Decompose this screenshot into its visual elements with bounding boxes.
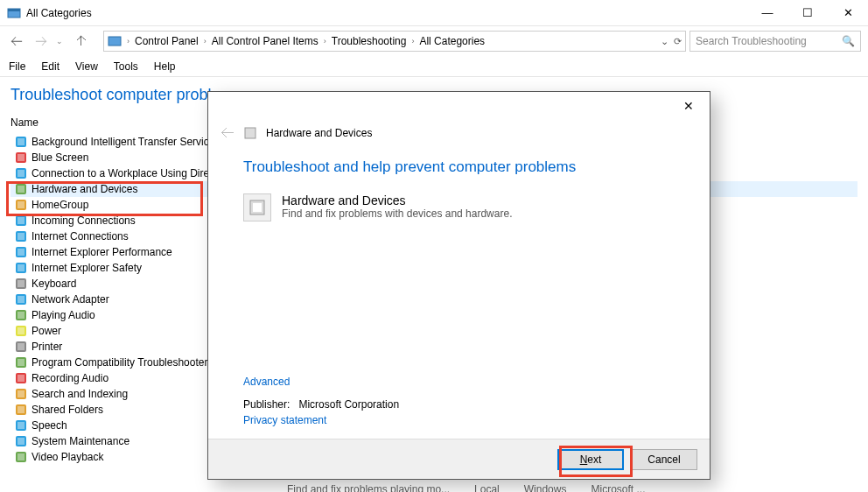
- item-icon: [14, 151, 28, 165]
- search-input[interactable]: Search Troubleshooting 🔍: [690, 31, 861, 52]
- dialog-item-title: Hardware and Devices: [282, 193, 512, 207]
- hardware-icon: [243, 193, 271, 221]
- svg-rect-4: [18, 138, 24, 145]
- address-bar[interactable]: › Control Panel › All Control Panel Item…: [103, 31, 686, 52]
- dialog-item-desc: Find and fix problems with devices and h…: [282, 207, 512, 220]
- item-icon: [14, 245, 28, 259]
- crumb-2[interactable]: Troubleshooting: [332, 35, 407, 47]
- item-icon: [14, 387, 28, 401]
- item-label: HomeGroup: [32, 199, 88, 211]
- publisher-value: Microsoft Corporation: [298, 398, 399, 411]
- back-button[interactable]: 🡠: [7, 32, 26, 51]
- svg-rect-22: [18, 280, 24, 287]
- item-label: Hardware and Devices: [32, 183, 137, 195]
- menu-help[interactable]: Help: [154, 60, 176, 73]
- item-icon: [14, 340, 28, 354]
- forward-button[interactable]: 🡢: [32, 32, 51, 51]
- item-icon: [14, 418, 28, 432]
- item-label: Shared Folders: [32, 404, 103, 416]
- item-icon: [14, 292, 28, 306]
- item-icon: [14, 277, 28, 291]
- item-label: Playing Audio: [32, 309, 95, 321]
- item-icon: [14, 403, 28, 417]
- svg-rect-2: [108, 37, 121, 46]
- minimize-button[interactable]: —: [747, 0, 788, 25]
- item-icon: [14, 434, 28, 448]
- svg-rect-30: [18, 343, 24, 350]
- item-label: Internet Explorer Performance: [32, 246, 172, 258]
- svg-rect-32: [18, 359, 24, 366]
- close-button[interactable]: ✕: [828, 0, 868, 25]
- item-label: Keyboard: [32, 278, 76, 290]
- svg-rect-34: [18, 375, 24, 382]
- next-button[interactable]: Next: [557, 449, 624, 470]
- menu-view[interactable]: View: [75, 60, 98, 73]
- crumb-3[interactable]: All Categories: [419, 35, 485, 47]
- item-icon: [14, 166, 28, 180]
- item-label: Incoming Connections: [32, 214, 136, 227]
- title-bar: All Categories — ☐ ✕: [0, 0, 868, 26]
- item-icon: [14, 135, 28, 149]
- svg-rect-44: [18, 453, 24, 460]
- window-title: All Categories: [26, 7, 747, 19]
- svg-rect-26: [18, 312, 24, 319]
- up-button[interactable]: 🡡: [72, 32, 91, 51]
- svg-rect-40: [18, 422, 24, 429]
- svg-rect-1: [8, 9, 20, 11]
- svg-rect-36: [18, 390, 24, 397]
- item-icon: [14, 198, 28, 212]
- cancel-button[interactable]: Cancel: [631, 449, 697, 470]
- privacy-link[interactable]: Privacy statement: [243, 414, 326, 426]
- item-icon: [14, 229, 28, 243]
- item-label: Blue Screen: [32, 151, 88, 164]
- item-icon: [14, 308, 28, 322]
- menu-edit[interactable]: Edit: [41, 60, 60, 73]
- dialog-back-button[interactable]: 🡠: [220, 125, 234, 141]
- item-label: System Maintenance: [32, 435, 130, 447]
- breadcrumb-sep: ›: [411, 37, 414, 46]
- crumb-0[interactable]: Control Panel: [135, 35, 199, 47]
- menu-tools[interactable]: Tools: [114, 60, 138, 73]
- item-label: Search and Indexing: [32, 388, 128, 400]
- breadcrumb-sep: ›: [204, 37, 206, 46]
- refresh-button[interactable]: ⟳: [674, 36, 682, 47]
- svg-rect-16: [18, 233, 24, 240]
- svg-rect-45: [245, 128, 256, 138]
- truncated-row: Find and fix problems playing mo... Loca…: [287, 483, 645, 492]
- nav-bar: 🡠 🡢 ⌄ 🡡 › Control Panel › All Control Pa…: [0, 26, 868, 56]
- dialog-item-row: Hardware and Devices Find and fix proble…: [243, 193, 675, 221]
- svg-rect-10: [18, 186, 24, 193]
- dialog-titlebar: ✕: [208, 92, 710, 120]
- svg-rect-12: [18, 201, 24, 208]
- svg-rect-28: [18, 327, 24, 334]
- item-label: Connection to a Workplace Using Direc: [32, 167, 214, 179]
- item-icon: [14, 355, 28, 369]
- svg-rect-20: [18, 264, 24, 271]
- item-label: Power: [32, 325, 61, 337]
- item-label: Recording Audio: [32, 372, 108, 384]
- app-icon: [7, 6, 21, 20]
- dialog-body: Troubleshoot and help prevent computer p…: [208, 150, 710, 439]
- svg-rect-38: [18, 406, 24, 413]
- item-label: Network Adapter: [32, 293, 109, 306]
- dialog-close-button[interactable]: ✕: [673, 94, 704, 118]
- svg-rect-47: [253, 203, 262, 212]
- address-dropdown[interactable]: ⌄: [661, 36, 668, 47]
- crumb-1[interactable]: All Control Panel Items: [212, 35, 318, 47]
- menu-file[interactable]: File: [9, 60, 25, 73]
- publisher-label: Publisher:: [243, 398, 290, 411]
- dialog-header: 🡠 Hardware and Devices: [208, 120, 710, 150]
- breadcrumb-sep: ›: [127, 37, 130, 46]
- publisher-line: Publisher: Microsoft Corporation: [243, 398, 399, 411]
- advanced-link[interactable]: Advanced: [243, 376, 290, 388]
- item-icon: [14, 182, 28, 196]
- troubleshooter-dialog: ✕ 🡠 Hardware and Devices Troubleshoot an…: [207, 91, 710, 480]
- item-label: Printer: [32, 341, 62, 353]
- recent-dropdown[interactable]: ⌄: [56, 37, 63, 46]
- item-icon: [14, 324, 28, 338]
- location-icon: [108, 35, 122, 47]
- maximize-button[interactable]: ☐: [788, 0, 828, 25]
- item-label: Internet Explorer Safety: [32, 262, 142, 274]
- window-controls: — ☐ ✕: [747, 0, 868, 25]
- svg-rect-8: [18, 170, 24, 177]
